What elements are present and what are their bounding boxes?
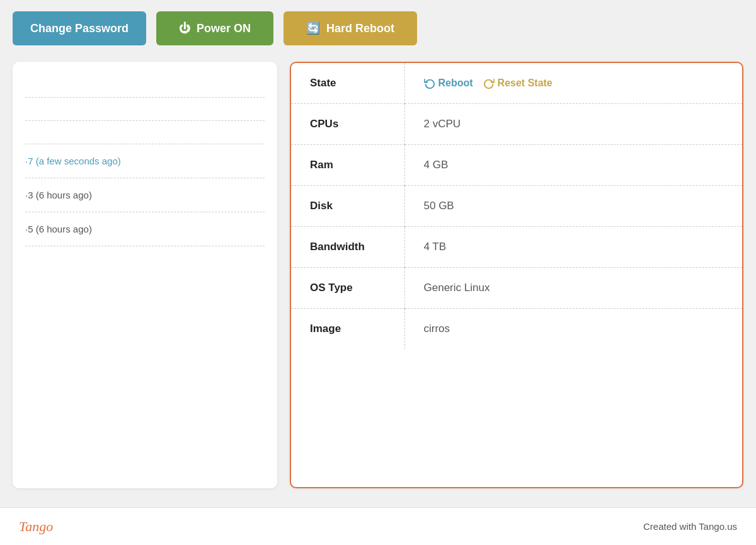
reboot-icon <box>424 77 435 89</box>
tango-logo: Tango <box>19 519 53 535</box>
reset-state-link[interactable]: Reset State <box>483 77 553 89</box>
os-type-value: Generic Linux <box>404 268 742 309</box>
list-item <box>25 74 265 98</box>
list-item[interactable]: ·7 (a few seconds ago) <box>25 144 265 178</box>
power-icon: ⏻ <box>179 22 190 35</box>
list-item[interactable]: ·3 (6 hours ago) <box>25 178 265 212</box>
ram-label: Ram <box>291 145 404 186</box>
left-panel: ·7 (a few seconds ago) ·3 (6 hours ago) … <box>13 62 277 488</box>
change-password-button[interactable]: Change Password <box>13 11 146 45</box>
image-value: cirros <box>404 309 742 350</box>
toolbar: Change Password ⏻ Power ON 🔄 Hard Reboot <box>0 0 756 57</box>
cpus-value: 2 vCPU <box>404 104 742 145</box>
list-item <box>25 121 265 144</box>
table-row: OS Type Generic Linux <box>291 268 742 309</box>
disk-value: 50 GB <box>404 186 742 227</box>
state-value: Reboot Reset State <box>404 63 742 104</box>
ram-value: 4 GB <box>404 145 742 186</box>
list-item[interactable]: ·5 (6 hours ago) <box>25 212 265 246</box>
footer: Tango Created with Tango.us <box>0 507 756 545</box>
footer-created-text: Created with Tango.us <box>643 521 737 532</box>
state-label: State <box>291 63 404 104</box>
table-row: Bandwidth 4 TB <box>291 227 742 268</box>
table-row: State Reboot <box>291 63 742 104</box>
table-row: Ram 4 GB <box>291 145 742 186</box>
main-content: ·7 (a few seconds ago) ·3 (6 hours ago) … <box>0 57 756 501</box>
table-row: Image cirros <box>291 309 742 350</box>
state-actions: Reboot Reset State <box>424 77 724 89</box>
info-table: State Reboot <box>291 63 742 349</box>
cpus-label: CPUs <box>291 104 404 145</box>
right-panel: State Reboot <box>290 62 743 488</box>
reboot-link[interactable]: Reboot <box>424 77 473 89</box>
disk-label: Disk <box>291 186 404 227</box>
power-on-button[interactable]: ⏻ Power ON <box>156 11 273 45</box>
image-label: Image <box>291 309 404 350</box>
os-type-label: OS Type <box>291 268 404 309</box>
hard-reboot-button[interactable]: 🔄 Hard Reboot <box>284 11 417 45</box>
bandwidth-value: 4 TB <box>404 227 742 268</box>
table-row: CPUs 2 vCPU <box>291 104 742 145</box>
refresh-icon: 🔄 <box>306 21 320 35</box>
list-item <box>25 98 265 121</box>
reset-state-icon <box>483 77 495 89</box>
table-row: Disk 50 GB <box>291 186 742 227</box>
bandwidth-label: Bandwidth <box>291 227 404 268</box>
